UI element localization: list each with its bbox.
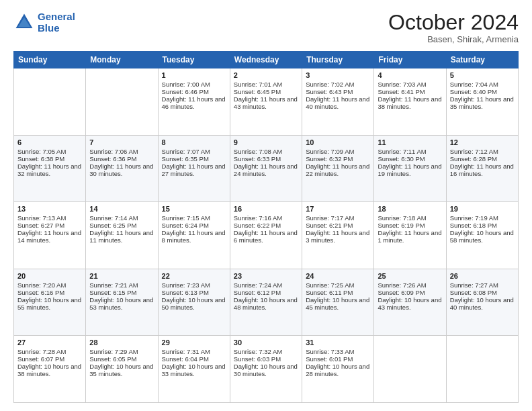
calendar-cell: 14 Sunrise: 7:14 AM Sunset: 6:25 PM Dayl…: [86, 202, 158, 269]
sunrise-text: Sunrise: 7:09 AM: [306, 148, 370, 155]
sunrise-text: Sunrise: 7:04 AM: [450, 81, 515, 88]
sunrise-text: Sunrise: 7:07 AM: [162, 148, 226, 155]
daylight-text: Daylight: 10 hours and 45 minutes.: [306, 296, 370, 311]
day-number: 24: [306, 272, 370, 280]
sunrise-text: Sunrise: 7:06 AM: [89, 148, 154, 155]
calendar-cell: 8 Sunrise: 7:07 AM Sunset: 6:35 PM Dayli…: [158, 135, 230, 202]
day-number: 26: [450, 272, 515, 280]
calendar-cell: 27 Sunrise: 7:28 AM Sunset: 6:07 PM Dayl…: [14, 336, 86, 403]
day-number: 13: [17, 205, 82, 213]
daylight-text: Daylight: 11 hours and 22 minutes.: [306, 163, 370, 177]
calendar-cell: [446, 336, 518, 403]
calendar-cell: 13 Sunrise: 7:13 AM Sunset: 6:27 PM Dayl…: [14, 202, 86, 269]
calendar-week-row: 13 Sunrise: 7:13 AM Sunset: 6:27 PM Dayl…: [14, 202, 519, 269]
sunset-text: Sunset: 6:04 PM: [162, 355, 226, 363]
sunset-text: Sunset: 6:30 PM: [378, 155, 442, 163]
daylight-text: Daylight: 11 hours and 38 minutes.: [378, 95, 442, 110]
calendar-cell: 30 Sunrise: 7:32 AM Sunset: 6:03 PM Dayl…: [230, 336, 302, 403]
daylight-text: Daylight: 11 hours and 43 minutes.: [234, 95, 298, 110]
weekday-header: Friday: [374, 52, 446, 68]
daylight-text: Daylight: 10 hours and 28 minutes.: [306, 363, 370, 377]
sunset-text: Sunset: 6:25 PM: [89, 222, 154, 229]
sunrise-text: Sunrise: 7:03 AM: [378, 81, 442, 88]
calendar-week-row: 27 Sunrise: 7:28 AM Sunset: 6:07 PM Dayl…: [14, 336, 519, 403]
calendar-cell: 26 Sunrise: 7:27 AM Sunset: 6:08 PM Dayl…: [446, 269, 518, 336]
sunset-text: Sunset: 6:38 PM: [17, 155, 82, 163]
sunrise-text: Sunrise: 7:12 AM: [450, 148, 515, 155]
weekday-header: Sunday: [14, 52, 86, 68]
sunset-text: Sunset: 6:16 PM: [17, 289, 82, 296]
calendar-week-row: 1 Sunrise: 7:00 AM Sunset: 6:46 PM Dayli…: [14, 68, 519, 136]
day-number: 21: [89, 272, 154, 280]
sunrise-text: Sunrise: 7:05 AM: [17, 148, 82, 155]
day-number: 23: [234, 272, 298, 280]
daylight-text: Daylight: 11 hours and 6 minutes.: [234, 229, 298, 244]
sunset-text: Sunset: 6:36 PM: [89, 155, 154, 163]
calendar-cell: 19 Sunrise: 7:19 AM Sunset: 6:18 PM Dayl…: [446, 202, 518, 269]
calendar-cell: 4 Sunrise: 7:03 AM Sunset: 6:41 PM Dayli…: [374, 68, 446, 136]
day-number: 18: [378, 205, 442, 213]
sunset-text: Sunset: 6:03 PM: [234, 355, 298, 363]
sunrise-text: Sunrise: 7:19 AM: [450, 214, 515, 222]
sunset-text: Sunset: 6:24 PM: [162, 222, 226, 229]
sunrise-text: Sunrise: 7:24 AM: [234, 281, 298, 289]
day-number: 12: [450, 138, 515, 146]
sunrise-text: Sunrise: 7:17 AM: [306, 214, 370, 222]
sunrise-text: Sunrise: 7:26 AM: [378, 281, 442, 289]
calendar-cell: [14, 68, 86, 136]
day-number: 11: [378, 138, 442, 146]
day-number: 7: [89, 138, 154, 146]
day-number: 9: [234, 138, 298, 146]
weekday-header: Thursday: [302, 52, 374, 68]
day-number: 25: [378, 272, 442, 280]
sunset-text: Sunset: 6:43 PM: [306, 88, 370, 95]
sunset-text: Sunset: 6:01 PM: [306, 355, 370, 363]
calendar-cell: 2 Sunrise: 7:01 AM Sunset: 6:45 PM Dayli…: [230, 68, 302, 136]
calendar-week-row: 6 Sunrise: 7:05 AM Sunset: 6:38 PM Dayli…: [14, 135, 519, 202]
day-number: 15: [162, 205, 226, 213]
sunrise-text: Sunrise: 7:11 AM: [378, 148, 442, 155]
sunrise-text: Sunrise: 7:20 AM: [17, 281, 82, 289]
sunrise-text: Sunrise: 7:25 AM: [306, 281, 370, 289]
calendar-cell: 23 Sunrise: 7:24 AM Sunset: 6:12 PM Dayl…: [230, 269, 302, 336]
daylight-text: Daylight: 10 hours and 43 minutes.: [378, 296, 442, 311]
sunrise-text: Sunrise: 7:31 AM: [162, 348, 226, 355]
calendar-cell: 12 Sunrise: 7:12 AM Sunset: 6:28 PM Dayl…: [446, 135, 518, 202]
calendar-week-row: 20 Sunrise: 7:20 AM Sunset: 6:16 PM Dayl…: [14, 269, 519, 336]
sunrise-text: Sunrise: 7:33 AM: [306, 348, 370, 355]
calendar-cell: 16 Sunrise: 7:16 AM Sunset: 6:22 PM Dayl…: [230, 202, 302, 269]
weekday-header: Tuesday: [158, 52, 230, 68]
day-number: 27: [17, 338, 82, 347]
calendar-cell: 28 Sunrise: 7:29 AM Sunset: 6:05 PM Dayl…: [86, 336, 158, 403]
weekday-header: Saturday: [446, 52, 518, 68]
calendar-cell: 5 Sunrise: 7:04 AM Sunset: 6:40 PM Dayli…: [446, 68, 518, 136]
weekday-header: Monday: [86, 52, 158, 68]
daylight-text: Daylight: 10 hours and 53 minutes.: [89, 296, 154, 311]
sunset-text: Sunset: 6:46 PM: [162, 88, 226, 95]
day-number: 30: [234, 338, 298, 347]
logo-icon: [13, 11, 35, 33]
daylight-text: Daylight: 11 hours and 30 minutes.: [89, 163, 154, 177]
sunset-text: Sunset: 6:12 PM: [234, 289, 298, 296]
month-title: October 2024: [388, 11, 519, 34]
sunrise-text: Sunrise: 7:21 AM: [89, 281, 154, 289]
calendar-cell: 21 Sunrise: 7:21 AM Sunset: 6:15 PM Dayl…: [86, 269, 158, 336]
day-number: 2: [234, 71, 298, 79]
calendar-cell: 11 Sunrise: 7:11 AM Sunset: 6:30 PM Dayl…: [374, 135, 446, 202]
day-number: 19: [450, 205, 515, 213]
sunrise-text: Sunrise: 7:08 AM: [234, 148, 298, 155]
sunset-text: Sunset: 6:09 PM: [378, 289, 442, 296]
calendar-cell: 29 Sunrise: 7:31 AM Sunset: 6:04 PM Dayl…: [158, 336, 230, 403]
calendar-cell: 17 Sunrise: 7:17 AM Sunset: 6:21 PM Dayl…: [302, 202, 374, 269]
sunset-text: Sunset: 6:22 PM: [234, 222, 298, 229]
daylight-text: Daylight: 11 hours and 3 minutes.: [306, 229, 370, 244]
day-number: 14: [89, 205, 154, 213]
weekday-header-row: SundayMondayTuesdayWednesdayThursdayFrid…: [14, 52, 519, 68]
daylight-text: Daylight: 10 hours and 55 minutes.: [17, 296, 82, 311]
day-number: 28: [89, 338, 154, 347]
sunrise-text: Sunrise: 7:29 AM: [89, 348, 154, 355]
sunset-text: Sunset: 6:05 PM: [89, 355, 154, 363]
sunset-text: Sunset: 6:18 PM: [450, 222, 515, 229]
sunset-text: Sunset: 6:40 PM: [450, 88, 515, 95]
sunrise-text: Sunrise: 7:27 AM: [450, 281, 515, 289]
